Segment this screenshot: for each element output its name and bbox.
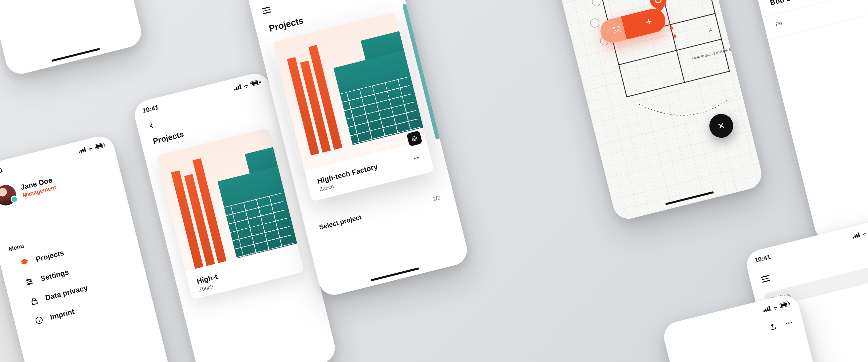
wifi-icon — [243, 82, 249, 88]
arrow-right-icon[interactable]: → — [411, 152, 422, 163]
select-project-button[interactable]: Select project — [318, 213, 363, 231]
svg-text:A: A — [709, 27, 713, 33]
menu-button[interactable] — [260, 5, 273, 16]
status-icons — [233, 80, 260, 91]
wifi-icon — [772, 304, 779, 310]
status-icons — [763, 301, 789, 312]
svg-point-5 — [413, 138, 415, 140]
scan-button[interactable] — [600, 22, 634, 38]
project-card[interactable]: High-t Zürich — [156, 128, 304, 299]
phone-details-peek: Costs 620,25 € Assigned Bob B Po — [747, 0, 868, 244]
svg-point-8 — [591, 0, 601, 7]
battery-icon — [95, 143, 105, 149]
project-card[interactable]: High-tech Factory Zürich → — [273, 12, 434, 202]
wifi-icon — [87, 145, 94, 151]
menu-item-label: Projects — [35, 248, 65, 264]
battery-icon — [250, 80, 260, 86]
signal-icon — [852, 232, 860, 239]
status-time: 10:41 — [754, 253, 771, 264]
status-time: 10:41 — [142, 103, 159, 115]
menu-item-label: Imprint — [49, 307, 75, 322]
wifi-icon — [861, 230, 868, 236]
more-button[interactable] — [784, 318, 794, 328]
avatar — [0, 183, 18, 208]
sliders-icon — [24, 277, 35, 287]
signal-icon — [78, 147, 86, 154]
battery-icon — [779, 301, 789, 308]
layers-icon — [20, 257, 30, 268]
lock-icon — [29, 296, 40, 306]
svg-point-0 — [27, 279, 28, 280]
svg-point-1 — [30, 280, 32, 282]
add-button[interactable] — [632, 13, 666, 30]
menu-item-label: Settings — [40, 268, 70, 283]
status-icons — [852, 228, 868, 239]
info-icon — [34, 315, 44, 326]
phone-floorplan: Terrace Informal Display area MAIN PUBLI… — [538, 0, 765, 222]
signal-icon — [233, 84, 242, 91]
svg-point-2 — [28, 283, 30, 285]
page-indicator: 2/3 — [432, 194, 441, 202]
svg-point-9 — [589, 18, 600, 28]
status-icons — [78, 143, 104, 154]
label-entrance: MAIN PUBLIC ENTRANCE — [692, 47, 732, 61]
status-time: 10:41 — [0, 167, 4, 177]
share-button[interactable] — [768, 322, 778, 332]
phone-peek-top-left — [0, 0, 145, 77]
menu-button[interactable] — [760, 274, 772, 284]
svg-point-16 — [790, 322, 792, 323]
svg-point-15 — [788, 322, 790, 324]
svg-point-14 — [786, 323, 787, 324]
menu-item-label: Data privacy — [44, 283, 88, 302]
signal-icon — [763, 306, 771, 312]
